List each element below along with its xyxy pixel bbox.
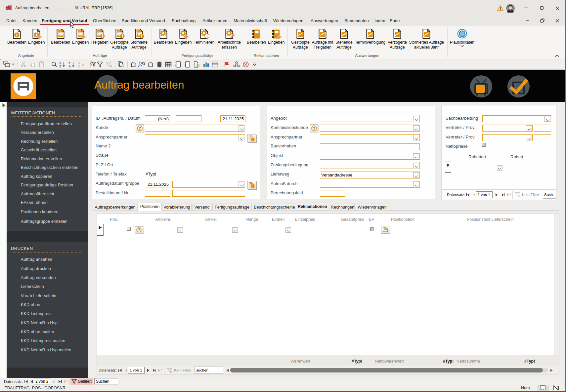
svg-text:?: ? [313, 126, 315, 130]
svg-text:?: ? [138, 228, 140, 232]
svg-text:A: A [68, 64, 71, 68]
svg-text:Z: Z [59, 64, 61, 68]
svg-text:A: A [6, 7, 9, 10]
svg-text:?: ? [139, 126, 141, 130]
svg-text:Z: Z [78, 64, 80, 68]
